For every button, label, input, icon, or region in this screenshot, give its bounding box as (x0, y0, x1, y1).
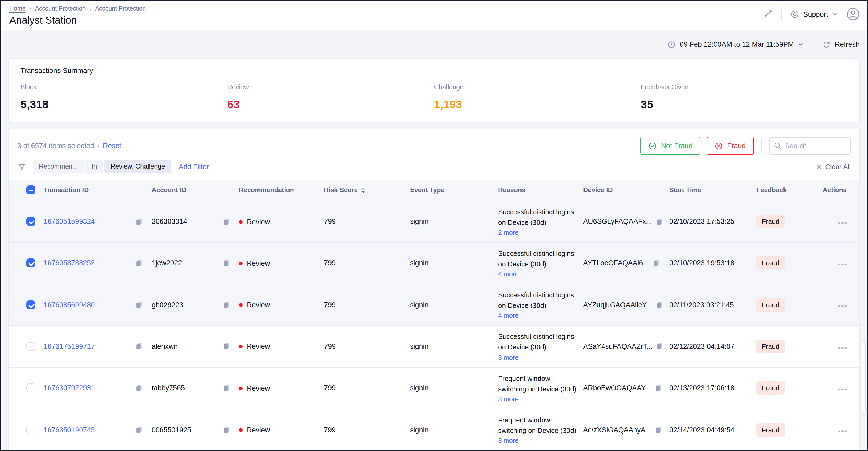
row-actions-button[interactable] (838, 347, 847, 349)
date-range-picker[interactable]: 09 Feb 12:00AM to 12 Mar 11:59PM (667, 40, 804, 49)
reset-selection-link[interactable]: Reset (103, 142, 122, 150)
clear-all-button[interactable]: Clear All (816, 163, 851, 170)
start-time-value: 02/10/2023 17:53:25 (669, 218, 735, 225)
transaction-id-link[interactable]: 1676051599324 (43, 218, 95, 225)
device-id-value: AU6SGLyFAQAAFx... (583, 218, 652, 225)
brush-icon[interactable] (762, 9, 773, 20)
event-type-value: signin (410, 384, 429, 392)
transaction-id-link[interactable]: 1676307972931 (43, 384, 95, 392)
copy-icon[interactable] (135, 259, 143, 267)
more-reasons-link[interactable]: 4 more (498, 271, 519, 278)
transaction-id-link[interactable]: 1676085699480 (43, 301, 95, 309)
copy-icon[interactable] (222, 384, 230, 392)
row-actions-button[interactable] (838, 222, 847, 224)
more-reasons-link[interactable]: 3 more (498, 396, 519, 403)
filter-funnel-icon[interactable] (17, 162, 26, 171)
more-reasons-link[interactable]: 4 more (498, 312, 519, 320)
stat-label[interactable]: Review (227, 84, 249, 92)
copy-icon[interactable] (135, 384, 143, 392)
breadcrumb-separator: › (89, 5, 91, 12)
vertical-scrollbar-thumb[interactable] (862, 340, 865, 413)
breadcrumb-item[interactable]: Account Protection (95, 5, 146, 11)
copy-icon[interactable] (135, 217, 143, 226)
table-row: 1676058788252 1jew2922 Review 799 signin (9, 243, 860, 284)
row-actions-button[interactable] (838, 389, 847, 391)
row-checkbox[interactable] (26, 217, 35, 226)
copy-icon[interactable] (135, 425, 143, 434)
table-header-row: Transaction ID Account ID Recommendation… (9, 180, 860, 201)
row-checkbox[interactable] (26, 300, 35, 309)
date-range-text: 09 Feb 12:00AM to 12 Mar 11:59PM (680, 40, 794, 48)
copy-icon[interactable] (222, 259, 230, 267)
refresh-button[interactable]: Refresh (823, 40, 860, 48)
sort-icons[interactable] (361, 188, 365, 193)
start-time-value: 02/13/2023 17:06:18 (669, 384, 735, 392)
transaction-id-link[interactable]: 1676350190745 (43, 426, 95, 434)
copy-icon[interactable] (654, 384, 662, 392)
column-header-feedback: Feedback (756, 180, 809, 201)
fraud-button[interactable]: Fraud (707, 137, 753, 155)
row-checkbox[interactable] (26, 384, 35, 393)
add-filter-link[interactable]: Add Filter (179, 163, 209, 170)
copy-icon[interactable] (222, 217, 230, 226)
column-header-actions: Actions (809, 180, 860, 201)
stat-label[interactable]: Feedback Given (641, 84, 688, 92)
stat-label[interactable]: Challenge (434, 84, 464, 92)
lifebuoy-icon (790, 9, 800, 19)
support-menu[interactable]: Support (790, 9, 838, 19)
risk-score-value: 799 (324, 218, 336, 225)
row-checkbox[interactable] (26, 342, 35, 351)
recommendation-dot (239, 303, 243, 307)
column-header-risk-score[interactable]: Risk Score (324, 180, 410, 201)
copy-icon[interactable] (135, 301, 143, 309)
breadcrumb: Home›Account Protection›Account Protecti… (9, 5, 859, 12)
device-id-value: AYZuqjuGAQAAlieY... (583, 301, 652, 309)
device-id-value: ASaY4suFAQAAZrT... (583, 342, 652, 350)
row-checkbox[interactable] (26, 425, 35, 434)
filter-chip-group: Recommen... In Review, Challenge (33, 160, 172, 173)
filter-chip-operator[interactable]: In (85, 160, 103, 173)
recommendation-value: Review (247, 301, 270, 309)
copy-icon[interactable] (655, 425, 663, 434)
filter-chip-values[interactable]: Review, Challenge (104, 160, 172, 173)
copy-icon[interactable] (652, 259, 660, 267)
event-type-value: signin (410, 426, 429, 434)
stat-value: 1,193 (434, 98, 641, 111)
recommendation-value: Review (247, 218, 270, 226)
clear-all-label: Clear All (825, 163, 851, 170)
filter-chip-field[interactable]: Recommen... (33, 160, 84, 173)
more-reasons-link[interactable]: 3 more (498, 437, 519, 445)
copy-icon[interactable] (135, 342, 143, 351)
table-row: 1676307972931 tabby7565 Review 799 signi… (9, 367, 860, 409)
select-all-checkbox[interactable] (26, 186, 35, 195)
not-fraud-button[interactable]: Not Fraud (641, 137, 700, 155)
column-header-transaction-id: Transaction ID (43, 180, 152, 201)
reason-text: Successful distinct logins on Device (30… (498, 249, 577, 270)
row-checkbox[interactable] (26, 259, 35, 267)
table-row: 1676175199717 alenxwn Review 799 signin (9, 326, 860, 367)
transactions-summary-card: Transactions Summary Block 5,318 Review … (8, 58, 860, 122)
stat-label[interactable]: Block (21, 84, 36, 92)
copy-icon[interactable] (655, 301, 663, 309)
event-type-value: signin (410, 259, 429, 267)
transaction-id-link[interactable]: 1676058788252 (43, 259, 95, 267)
copy-icon[interactable] (656, 342, 664, 351)
event-type-value: signin (410, 218, 429, 225)
user-avatar-icon[interactable] (846, 7, 860, 21)
copy-icon[interactable] (655, 217, 663, 226)
more-reasons-link[interactable]: 3 more (498, 354, 519, 361)
breadcrumb-item[interactable]: Account Protection (35, 5, 86, 11)
account-id-value: alenxwn (152, 342, 178, 350)
copy-icon[interactable] (222, 425, 230, 434)
row-actions-button[interactable] (838, 430, 847, 432)
transaction-id-link[interactable]: 1676175199717 (43, 342, 95, 350)
more-reasons-link[interactable]: 2 more (498, 229, 519, 236)
row-actions-button[interactable] (838, 305, 847, 307)
start-time-value: 02/10/2023 19:53:18 (669, 259, 735, 267)
row-actions-button[interactable] (838, 264, 847, 265)
copy-icon[interactable] (222, 301, 230, 309)
breadcrumb-item[interactable]: Home (9, 5, 26, 11)
feedback-badge: Fraud (756, 340, 785, 353)
risk-score-value: 799 (324, 426, 336, 434)
copy-icon[interactable] (222, 342, 230, 351)
